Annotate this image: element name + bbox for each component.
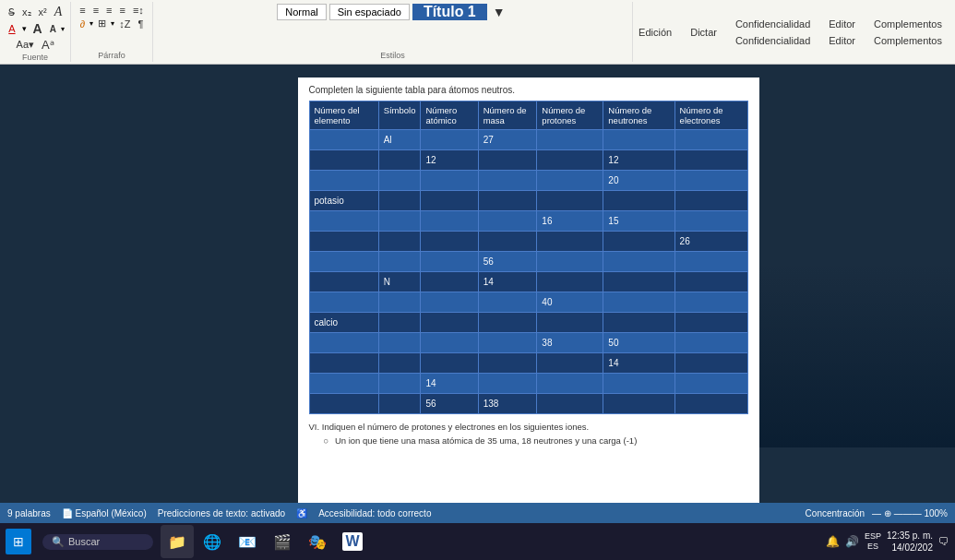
cell-r12-c2: 14 [421, 374, 478, 394]
style-titulo[interactable]: Título 1 [412, 4, 487, 20]
cell-r4-c6 [674, 211, 747, 232]
para-buttons-row2: ∂ ▾ ⊞ ▾ ↕Z ¶ [78, 17, 147, 30]
start-button[interactable]: ⊞ [6, 529, 31, 554]
confidencialidad-btn2[interactable]: Confidencialidad [730, 33, 816, 48]
cell-r2-c1 [378, 171, 421, 191]
font-name-btn[interactable]: Aa▾ [14, 38, 37, 52]
zoom-control[interactable]: — ⊕ ——— 100% [872, 508, 948, 518]
taskbar-app5[interactable]: 🎭 [301, 525, 334, 558]
note-bullet: ○ Un ion que tiene una masa atómica de 3… [324, 435, 748, 446]
cell-r4-c5: 15 [603, 211, 674, 232]
cell-r0-c4 [537, 130, 603, 150]
confidencialidad-btn1[interactable]: Confidencialidad [730, 17, 816, 31]
cell-r11-c0 [309, 353, 378, 374]
cell-r9-c1 [378, 313, 421, 333]
taskbar: ⊞ 🔍 Buscar 📁 🌐 📧 🎬 🎭 W 🔔 🔊 ESPES 1 [0, 523, 955, 560]
font-size-down-btn[interactable]: A [47, 23, 59, 35]
search-bar[interactable]: 🔍 Buscar [42, 534, 153, 550]
cell-r11-c3 [478, 353, 537, 374]
cell-r8-c0 [309, 292, 378, 313]
font-style-btn[interactable]: A [52, 4, 66, 20]
windows-icon: ⊞ [13, 534, 24, 549]
editor-btn1[interactable]: Editor [823, 17, 861, 31]
align-justify-btn[interactable]: ≡ [117, 4, 128, 17]
strikethrough-btn[interactable]: S̶ [6, 6, 18, 19]
align-center-btn[interactable]: ≡ [90, 4, 101, 17]
align-right-btn[interactable]: ≡ [103, 4, 114, 17]
document-area: Completen la siguiente tabla para átomos… [298, 77, 759, 505]
cell-r4-c1 [378, 211, 421, 232]
subscript-btn[interactable]: x₂ [19, 6, 34, 19]
cell-r10-c2 [421, 333, 478, 353]
cell-r3-c2 [421, 191, 478, 211]
styles-more-btn[interactable]: ▼ [490, 4, 508, 20]
taskbar-word[interactable]: W [336, 525, 369, 558]
doc-intro: Completen la siguiente tabla para átomos… [309, 85, 748, 95]
ribbon-toolbar: S̶ x₂ x² A A ▾ A A ▾ Aa▾ Aᵃ Fuente ≡ ≡ ≡… [0, 0, 955, 65]
volume-icon[interactable]: 🔊 [845, 535, 859, 548]
taskbar-app4[interactable]: 🎬 [266, 525, 299, 558]
cell-r13-c6 [674, 394, 747, 414]
cell-r12-c4 [537, 374, 603, 394]
table-row: calcio [309, 313, 747, 333]
cell-r12-c6 [674, 374, 747, 394]
cell-r3-c4 [537, 191, 603, 211]
cell-r7-c2 [421, 272, 478, 292]
pilcrow-btn[interactable]: ¶ [135, 18, 146, 30]
editor-btn2[interactable]: Editor [823, 33, 861, 48]
tray-icon-1: 🔔 [826, 535, 840, 548]
cell-r11-c2 [421, 353, 478, 374]
accessibility-icon: ♿ [296, 508, 307, 518]
cell-r5-c2 [421, 232, 478, 252]
font-size-up-btn[interactable]: A [30, 20, 45, 37]
cell-r6-c2 [421, 252, 478, 272]
col-electrones: Número de electrones [674, 101, 747, 130]
cell-r9-c3 [478, 313, 537, 333]
style-sin-espaciado[interactable]: Sin espaciado [329, 4, 410, 20]
font-color-btn[interactable]: A [6, 22, 18, 35]
cell-r7-c4 [537, 272, 603, 292]
table-row: 56138 [309, 394, 747, 414]
font-clear-btn[interactable]: Aᵃ [39, 37, 57, 53]
edicion-btn[interactable]: Edición [633, 25, 677, 40]
concentration-label: Concentración [806, 508, 865, 518]
col-neutrones: Número de neutrones [603, 101, 674, 130]
style-normal[interactable]: Normal [277, 4, 326, 20]
complementos-btn2[interactable]: Complementos [868, 33, 948, 48]
word-count: 9 palabras [7, 508, 51, 518]
notification-btn[interactable]: 🗨 [938, 535, 949, 548]
line-spacing-btn[interactable]: ≡↕ [130, 4, 147, 17]
table-row: 40 [309, 292, 747, 313]
paragraph-group: ≡ ≡ ≡ ≡ ≡↕ ∂ ▾ ⊞ ▾ ↕Z ¶ Párrafo [71, 2, 153, 62]
cell-r12-c5 [603, 374, 674, 394]
dictar-btn[interactable]: Dictar [685, 25, 722, 40]
cell-r0-c2 [421, 130, 478, 150]
paragraph-group-label: Párrafo [98, 51, 125, 60]
cell-r3-c6 [674, 191, 747, 211]
col-simbolo: Símbolo [378, 101, 421, 130]
taskbar-app1[interactable]: 📁 [161, 525, 194, 558]
table-btn[interactable]: ⊞ [95, 17, 109, 30]
cell-r3-c0: potasio [309, 191, 378, 211]
cell-r4-c0 [309, 211, 378, 232]
cell-r10-c4: 38 [537, 333, 603, 353]
cell-r10-c5: 50 [603, 333, 674, 353]
taskbar-apps: 📁 🌐 📧 🎬 🎭 W [161, 525, 369, 558]
styles-group-label: Estilos [380, 51, 405, 60]
taskbar-app2[interactable]: 🌐 [196, 525, 229, 558]
highlight-btn[interactable]: ∂ [78, 18, 88, 30]
cell-r0-c3: 27 [478, 130, 537, 150]
table-row: 14 [309, 374, 747, 394]
cell-r5-c6: 26 [674, 232, 747, 252]
table-row: 20 [309, 171, 747, 191]
sort-btn[interactable]: ↕Z [116, 18, 133, 30]
table-row: 56 [309, 252, 747, 272]
table-row: 1212 [309, 150, 747, 171]
complementos-btn1[interactable]: Complementos [868, 17, 948, 31]
cell-r11-c6 [674, 353, 747, 374]
superscript-btn[interactable]: x² [36, 6, 50, 18]
cell-r1-c5: 12 [603, 150, 674, 171]
clock-time: 12:35 p. m. [887, 530, 933, 542]
align-left-btn[interactable]: ≡ [77, 4, 88, 17]
taskbar-app3[interactable]: 📧 [231, 525, 264, 558]
